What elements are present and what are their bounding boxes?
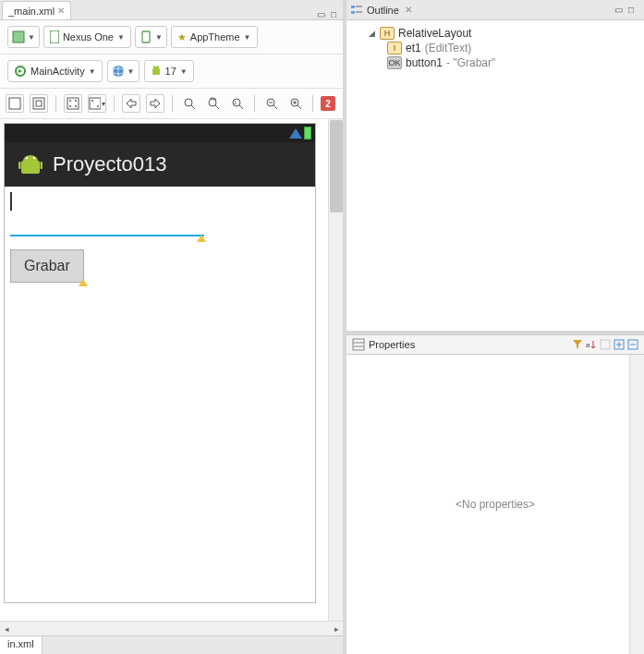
orientation-button[interactable]: ▼	[135, 26, 167, 48]
zoom-fit-button[interactable]	[180, 94, 199, 113]
minimize-icon[interactable]: ▭	[315, 8, 326, 19]
right-panel: Outline ✕ ▭ □ ◢ H RelativeLayout I et1 (…	[346, 0, 644, 654]
close-icon[interactable]: ✕	[405, 5, 412, 15]
svg-rect-14	[67, 98, 79, 109]
outline-header: Outline ✕ ▭ □	[346, 0, 644, 20]
edittext-icon: I	[387, 42, 402, 54]
svg-line-33	[298, 105, 301, 109]
svg-rect-49	[601, 340, 610, 349]
svg-rect-40	[41, 162, 43, 169]
scrollbar-thumb[interactable]	[330, 120, 343, 212]
node-text: - "Grabar"	[446, 56, 495, 69]
close-icon[interactable]: ✕	[57, 6, 65, 16]
design-toolbar-1: ▼ Nexus One ▼ ▼ ★ AppTheme ▼	[0, 20, 343, 54]
device-selector[interactable]: Nexus One ▼	[43, 26, 131, 48]
activity-selector[interactable]: MainActivity ▼	[7, 60, 103, 82]
tree-node-root[interactable]: ◢ H RelativeLayout	[350, 26, 640, 41]
chevron-down-icon: ▾	[102, 100, 105, 108]
svg-rect-13	[36, 101, 42, 106]
svg-point-17	[69, 105, 71, 107]
editor-tab[interactable]: _main.xml ✕	[2, 1, 71, 19]
svg-point-20	[91, 100, 93, 102]
separator	[55, 95, 56, 112]
svg-rect-45	[353, 339, 364, 350]
sort-icon[interactable]: a	[586, 339, 597, 350]
collapse-button[interactable]	[146, 94, 164, 113]
edittext-et1[interactable]	[10, 192, 204, 236]
app-title: Proyecto013	[53, 152, 167, 176]
filter-icon[interactable]	[572, 339, 583, 350]
svg-rect-7	[152, 68, 160, 75]
svg-rect-0	[13, 31, 24, 42]
svg-point-38	[33, 157, 35, 159]
expander-icon[interactable]: ◢	[367, 29, 376, 38]
locale-button[interactable]: ▼	[107, 60, 140, 82]
button-button1[interactable]: Grabar	[10, 249, 84, 283]
button-icon: OK	[387, 56, 402, 69]
tree-node-et1[interactable]: I et1 (EditText)	[350, 41, 640, 55]
collapse-icon[interactable]	[627, 339, 638, 350]
chevron-down-icon: ▼	[89, 67, 96, 76]
horizontal-scrollbar[interactable]: ◂ ▸	[0, 621, 343, 636]
advanced-icon[interactable]	[600, 339, 611, 350]
theme-selector[interactable]: ★ AppTheme ▼	[171, 26, 258, 48]
vertical-scrollbar[interactable]	[328, 119, 343, 621]
expand-button[interactable]	[122, 94, 140, 113]
warning-icon	[79, 279, 88, 286]
svg-rect-19	[90, 98, 101, 109]
layout-preview[interactable]: Proyecto013 Grabar	[0, 119, 343, 621]
zoom-reset-button[interactable]	[204, 94, 223, 113]
scroll-right-icon[interactable]: ▸	[330, 623, 343, 636]
device-frame: Proyecto013 Grabar	[4, 123, 316, 603]
chevron-down-icon: ▼	[155, 33, 163, 42]
svg-line-27	[239, 105, 243, 109]
clip-button[interactable]	[30, 94, 48, 113]
android-button[interactable]: Grabar	[10, 249, 84, 283]
api-label: 17	[165, 66, 176, 77]
svg-rect-39	[18, 162, 21, 169]
lint-errors-badge[interactable]: 2	[321, 96, 335, 111]
warning-icon	[197, 235, 206, 242]
maximize-icon[interactable]: □	[626, 5, 637, 16]
zoom-out-button[interactable]	[262, 94, 281, 113]
svg-text:a: a	[586, 341, 590, 349]
node-label: RelativeLayout	[398, 27, 471, 40]
status-bar	[5, 124, 315, 142]
node-id: button1	[406, 56, 443, 69]
layout-button[interactable]	[64, 94, 82, 113]
scroll-left-icon[interactable]: ◂	[0, 623, 13, 636]
bottom-tab[interactable]: in.xml	[0, 636, 43, 654]
separator	[254, 95, 255, 112]
svg-rect-1	[50, 30, 59, 43]
outline-tree[interactable]: ◢ H RelativeLayout I et1 (EditText) OK b…	[346, 20, 644, 334]
node-class: (EditText)	[425, 42, 472, 54]
design-toolbar-3: ▾ 1 2	[0, 89, 343, 119]
tree-node-button1[interactable]: OK button1 - "Grabar"	[350, 55, 640, 70]
layout-menu-button[interactable]: ▾	[88, 94, 106, 113]
vertical-scrollbar[interactable]	[629, 355, 644, 654]
android-icon	[151, 65, 162, 78]
api-selector[interactable]: 17 ▼	[144, 60, 194, 82]
svg-line-23	[191, 105, 195, 109]
svg-rect-41	[351, 6, 355, 8]
star-icon: ★	[177, 31, 187, 43]
svg-rect-12	[33, 98, 44, 109]
expand-icon[interactable]	[614, 339, 625, 350]
editor-panel: _main.xml ✕ ▭ □ ▼ Nexus One ▼ ▼	[0, 0, 346, 654]
editor-tab-label: _main.xml	[8, 6, 55, 17]
svg-point-37	[26, 157, 28, 159]
minimize-icon[interactable]: ▭	[613, 5, 624, 16]
palette-button[interactable]: ▼	[7, 26, 40, 48]
properties-header: Properties a	[346, 334, 644, 355]
viewport-button[interactable]	[6, 94, 24, 113]
device-label: Nexus One	[63, 31, 114, 42]
chevron-down-icon: ▼	[180, 67, 188, 76]
edittext-input[interactable]	[10, 211, 204, 236]
svg-line-30	[273, 105, 277, 109]
maximize-icon[interactable]: □	[328, 8, 339, 19]
zoom-100-button[interactable]: 1	[228, 94, 247, 113]
svg-point-16	[75, 100, 77, 102]
zoom-in-button[interactable]	[286, 94, 305, 113]
layout-body[interactable]: Grabar	[5, 187, 315, 602]
theme-label: AppTheme	[190, 31, 240, 42]
